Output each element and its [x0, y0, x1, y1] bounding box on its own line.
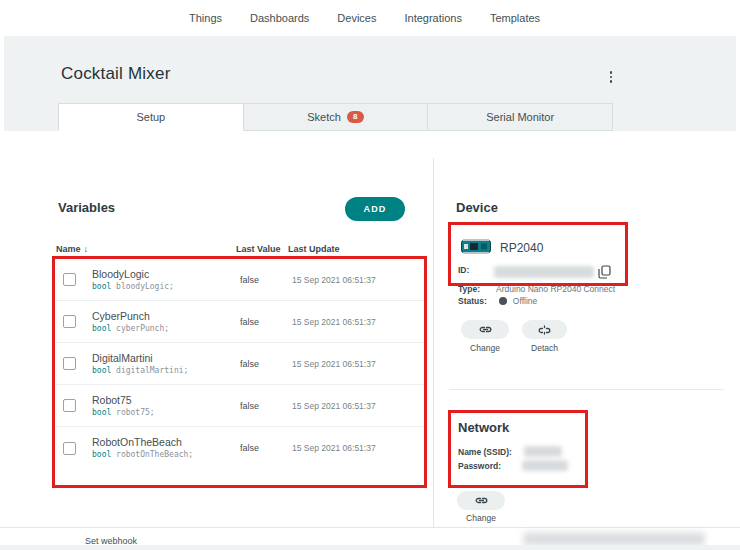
column-header-last-update: Last Update [288, 244, 424, 254]
variable-name: Robot75 [92, 393, 240, 407]
bottom-strip [0, 545, 740, 550]
variable-name: BloodyLogic [92, 267, 240, 281]
network-password-label: Password: [458, 461, 501, 471]
section-divider [449, 389, 724, 390]
variable-row[interactable]: RobotOnTheBeach bool robotOnTheBeach; fa… [56, 427, 424, 469]
device-type-value: Arduino Nano RP2040 Connect [496, 284, 615, 294]
variable-declaration: bool robot75; [92, 407, 240, 418]
kebab-menu-icon[interactable] [604, 69, 618, 85]
variable-last-update: 15 Sep 2021 06:51:37 [292, 443, 424, 453]
copy-icon[interactable] [598, 265, 611, 279]
tab-bar: Setup Sketch 8 Serial Monitor [58, 103, 613, 131]
top-navigation: Things Dashboards Devices Integrations T… [0, 0, 740, 36]
chain-link-icon [479, 325, 492, 334]
row-checkbox[interactable] [63, 399, 76, 412]
variables-table: BloodyLogic bool bloodyLogic; false 15 S… [56, 259, 424, 469]
variable-row[interactable]: BloodyLogic bool bloodyLogic; false 15 S… [56, 259, 424, 301]
variable-row[interactable]: Robot75 bool robot75; false 15 Sep 2021 … [56, 385, 424, 427]
variable-declaration: bool cyberPunch; [92, 323, 240, 334]
tab-setup-label: Setup [136, 111, 165, 123]
device-detach-button[interactable] [522, 320, 567, 339]
tab-serial-monitor[interactable]: Serial Monitor [428, 103, 613, 131]
broken-chain-link-icon [538, 325, 551, 335]
device-type-row: Type: Arduino Nano RP2040 Connect [458, 284, 615, 294]
footer-divider [0, 527, 740, 528]
sketch-badge: 8 [347, 111, 364, 123]
column-divider [433, 158, 434, 527]
variable-last-value: false [240, 443, 292, 453]
page-title: Cocktail Mixer [61, 64, 171, 84]
network-change-button[interactable] [457, 491, 505, 510]
device-detach-label: Detach [522, 343, 567, 353]
variable-last-update: 15 Sep 2021 06:51:37 [292, 317, 424, 327]
variable-row[interactable]: CyberPunch bool cyberPunch; false 15 Sep… [56, 301, 424, 343]
status-offline-dot-icon [499, 297, 507, 305]
column-header-last-value: Last Value [236, 244, 288, 254]
sort-down-icon: ↓ [84, 244, 89, 254]
nav-links: Things Dashboards Devices Integrations T… [189, 12, 540, 24]
variable-last-value: false [240, 317, 292, 327]
network-change-label: Change [457, 513, 505, 523]
column-header-name[interactable]: Name↓ [56, 244, 236, 254]
nav-item-things[interactable]: Things [189, 12, 222, 24]
variable-last-update: 15 Sep 2021 06:51:37 [292, 359, 424, 369]
variable-last-update: 15 Sep 2021 06:51:37 [292, 401, 424, 411]
variable-last-value: false [240, 275, 292, 285]
variable-row[interactable]: DigitalMartini bool digitalMartini; fals… [56, 343, 424, 385]
tab-sketch[interactable]: Sketch 8 [244, 103, 429, 131]
row-checkbox[interactable] [63, 273, 76, 286]
nav-item-integrations[interactable]: Integrations [404, 12, 461, 24]
variable-declaration: bool robotOnTheBeach; [92, 449, 240, 460]
device-status-value: Offline [513, 296, 537, 306]
device-type-label: Type: [458, 284, 480, 294]
tab-setup[interactable]: Setup [58, 103, 244, 131]
device-change-label: Change [461, 343, 509, 353]
add-variable-button[interactable]: ADD [345, 197, 405, 221]
variable-last-value: false [240, 359, 292, 369]
tab-sketch-label: Sketch [307, 111, 341, 123]
variable-last-value: false [240, 401, 292, 411]
variable-declaration: bool bloodyLogic; [92, 281, 240, 292]
variable-last-update: 15 Sep 2021 06:51:37 [292, 275, 424, 285]
network-ssid-value-redacted [524, 446, 562, 457]
variables-heading: Variables [58, 200, 115, 215]
device-status-label: Status: [458, 296, 487, 306]
network-password-value-redacted [522, 460, 568, 471]
device-name: RP2040 [500, 241, 543, 255]
rp2040-board-icon [461, 238, 491, 255]
chain-link-icon [475, 496, 488, 505]
nav-item-templates[interactable]: Templates [490, 12, 540, 24]
row-checkbox[interactable] [63, 357, 76, 370]
device-id-value-redacted [494, 266, 594, 278]
network-heading: Network [458, 420, 509, 435]
variable-name: CyberPunch [92, 309, 240, 323]
device-heading: Device [456, 200, 498, 215]
row-checkbox[interactable] [63, 315, 76, 328]
arduino-cloud-thing-page: Things Dashboards Devices Integrations T… [0, 0, 740, 550]
footer-redacted-text [523, 532, 705, 546]
device-status-row: Status: Offline [458, 296, 537, 306]
column-name-label: Name [56, 244, 81, 254]
device-id-label: ID: [458, 265, 469, 275]
device-change-button[interactable] [461, 320, 509, 339]
variable-name: RobotOnTheBeach [92, 435, 240, 449]
row-checkbox[interactable] [63, 442, 76, 455]
variable-name: DigitalMartini [92, 351, 240, 365]
network-ssid-label: Name (SSID): [458, 447, 512, 457]
nav-item-dashboards[interactable]: Dashboards [250, 12, 309, 24]
variable-declaration: bool digitalMartini; [92, 365, 240, 376]
tab-serial-monitor-label: Serial Monitor [486, 111, 554, 123]
nav-item-devices[interactable]: Devices [337, 12, 376, 24]
variables-table-header: Name↓ Last Value Last Update [56, 241, 424, 258]
